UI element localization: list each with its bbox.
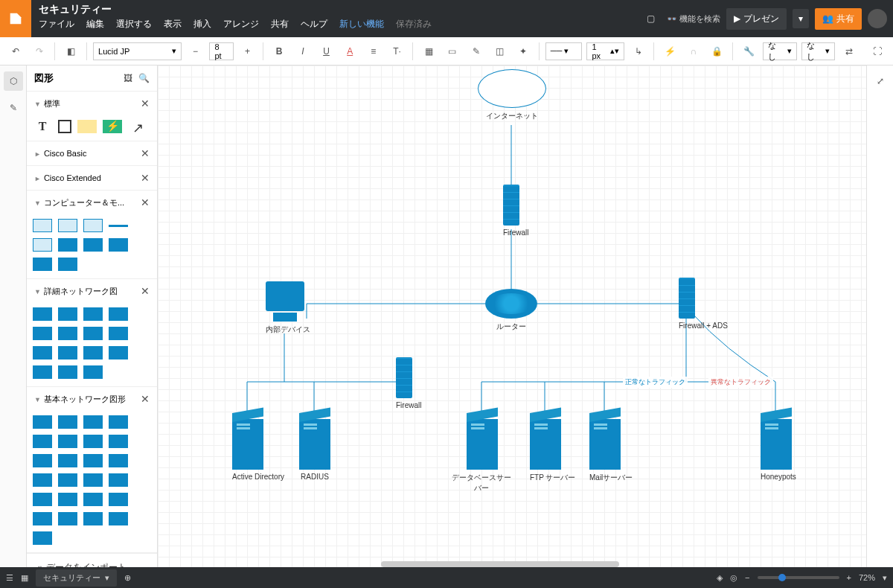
stencil-item[interactable] [33, 307, 52, 321]
stencil-item[interactable] [83, 238, 103, 252]
user-avatar[interactable] [868, 9, 887, 28]
app-logo[interactable] [0, 0, 31, 37]
font-size[interactable]: 8 pt [209, 42, 233, 60]
close-icon[interactable]: ✕ [141, 172, 150, 184]
stencil-item[interactable] [109, 493, 128, 506]
stencil-item[interactable] [83, 307, 103, 321]
zoom-slider[interactable] [758, 576, 839, 579]
stencil-item[interactable] [109, 346, 128, 359]
stencil-item[interactable] [83, 327, 103, 340]
layers-panel-icon[interactable]: ✎ [4, 98, 23, 118]
line-route-icon[interactable]: ↳ [629, 42, 648, 61]
close-icon[interactable]: ✕ [141, 98, 150, 109]
stencil-item[interactable] [33, 327, 52, 340]
node-firewall-ads[interactable]: Firewall + ADS [679, 278, 728, 330]
zoom-in-icon[interactable]: + [847, 573, 851, 582]
target-icon[interactable]: ◎ [730, 573, 737, 583]
stencil-rect[interactable] [58, 120, 71, 133]
font-increase[interactable]: + [238, 42, 257, 61]
stencil-item[interactable] [58, 327, 77, 340]
layers-icon[interactable]: ◈ [717, 573, 723, 583]
node-honeypots[interactable]: Honeypots [761, 419, 796, 481]
edge-normal-traffic[interactable]: 正常なトラフィック [623, 377, 688, 388]
font-decrease[interactable]: − [186, 42, 205, 61]
menu-arrange[interactable]: アレンジ [223, 18, 259, 31]
present-dropdown[interactable]: ▾ [793, 9, 809, 28]
zoom-dropdown-icon[interactable]: ▾ [883, 573, 887, 583]
stencil-item[interactable] [58, 258, 77, 271]
import-data-button[interactable]: ⇥ データをインポート [27, 553, 157, 567]
shape-style-icon[interactable]: ◫ [490, 42, 509, 61]
node-router[interactable]: ルーター [485, 289, 537, 332]
magnet-icon[interactable]: ∩ [684, 42, 703, 61]
text-format-icon[interactable]: T· [388, 42, 407, 61]
stencil-item[interactable] [58, 512, 77, 525]
node-db[interactable]: データベースサーバー [467, 419, 511, 493]
action-icon[interactable]: ⚡ [660, 42, 679, 61]
navigator-icon[interactable]: ⤢ [871, 71, 890, 91]
stencil-item[interactable] [58, 346, 77, 359]
section-cisco-basic[interactable]: ►Cisco Basic ✕ [27, 141, 157, 165]
stencil-item[interactable] [83, 473, 103, 487]
font-select[interactable]: Lucid JP▾ [93, 42, 182, 60]
stencil-item[interactable] [83, 454, 103, 467]
feature-search[interactable]: 👓 機能を検索 [667, 13, 720, 25]
stencil-item[interactable] [33, 346, 52, 359]
magic-icon[interactable]: ✦ [513, 42, 533, 61]
section-cisco-extended[interactable]: ►Cisco Extended ✕ [27, 166, 157, 190]
share-button[interactable]: 👥 共有 [815, 8, 862, 30]
stencil-item[interactable] [109, 225, 128, 227]
stencil-item[interactable] [33, 219, 52, 232]
stencil-item[interactable] [109, 512, 128, 525]
stencil-item[interactable] [58, 415, 77, 429]
underline-icon[interactable]: U [317, 42, 336, 61]
stencil-item[interactable] [58, 493, 77, 506]
menu-share[interactable]: 共有 [271, 18, 289, 31]
zoom-level[interactable]: 72% [859, 573, 875, 582]
present-button[interactable]: ▶ プレゼン [726, 8, 787, 30]
stencil-item[interactable] [33, 531, 52, 545]
node-mail[interactable]: Mailサーバー [589, 419, 633, 483]
add-page-icon[interactable]: ⊕ [124, 573, 131, 583]
stencil-item[interactable] [33, 365, 52, 379]
page-tab[interactable]: セキュリティー▾ [36, 569, 117, 587]
zoom-out-icon[interactable]: − [745, 573, 749, 582]
redo-icon[interactable]: ↷ [30, 42, 49, 61]
stencil-item[interactable] [109, 238, 128, 252]
section-computers[interactable]: ▼コンピューター＆モ... ✕ [27, 191, 157, 214]
stencil-item[interactable] [33, 493, 52, 506]
menu-help[interactable]: ヘルプ [301, 18, 327, 31]
section-basic-network[interactable]: ▼基本ネットワーク図形 ✕ [27, 387, 157, 411]
close-icon[interactable]: ✕ [141, 147, 150, 159]
stencil-item[interactable] [83, 346, 103, 359]
image-icon[interactable]: 🖼 [124, 73, 132, 83]
node-radius[interactable]: RADIUS [299, 419, 330, 481]
stencil-item[interactable] [83, 435, 103, 448]
stencil-item[interactable] [33, 473, 52, 487]
menu-insert[interactable]: 挿入 [193, 18, 211, 31]
section-detailed-network[interactable]: ▼詳細ネットワーク図 ✕ [27, 279, 157, 303]
horizontal-scrollbar[interactable] [381, 561, 619, 567]
node-firewall1[interactable]: Firewall [503, 185, 528, 237]
fill-b-select[interactable]: なし ▾ [801, 42, 836, 60]
node-internal[interactable]: 内部デバイス [266, 281, 310, 335]
stencil-item[interactable] [58, 238, 77, 252]
canvas[interactable]: インターネット Firewall ルーター 内部デバイス Firewall + … [158, 65, 866, 567]
stencil-item[interactable] [33, 512, 52, 525]
fill-icon[interactable]: ▦ [419, 42, 438, 61]
fill-a-select[interactable]: なし ▾ [763, 42, 797, 60]
stencil-text[interactable]: T [33, 120, 52, 133]
close-icon[interactable]: ✕ [141, 196, 150, 208]
align-icon[interactable]: ≡ [364, 42, 383, 61]
bold-icon[interactable]: B [269, 42, 289, 61]
line-width[interactable]: 1 px ▴▾ [586, 42, 624, 60]
list-view-icon[interactable]: ☰ [6, 573, 13, 583]
node-ftp[interactable]: FTP サーバー [530, 419, 575, 483]
comment-icon[interactable]: ▢ [641, 9, 661, 28]
paint-format-icon[interactable]: ◧ [61, 42, 80, 61]
menu-edit[interactable]: 編集 [86, 18, 104, 31]
close-icon[interactable]: ✕ [141, 285, 150, 297]
stencil-item[interactable] [109, 454, 128, 467]
stencil-bolt[interactable]: ⚡ [103, 120, 122, 133]
menu-file[interactable]: ファイル [39, 18, 74, 31]
